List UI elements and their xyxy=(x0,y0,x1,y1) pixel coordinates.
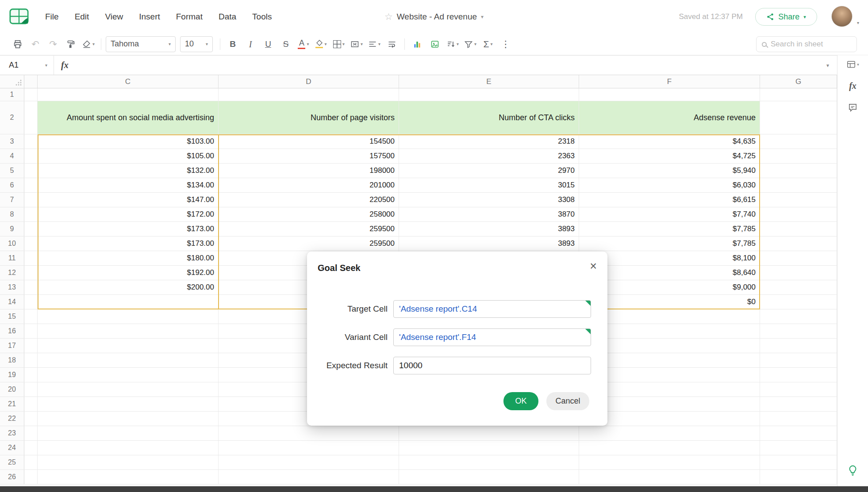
row-header-11[interactable]: 11 xyxy=(0,251,24,265)
cell-B9[interactable] xyxy=(24,222,38,236)
row-header-4[interactable]: 4 xyxy=(0,149,24,163)
cell-D3[interactable]: 154500 xyxy=(219,134,399,149)
row-header-21[interactable]: 21 xyxy=(0,397,24,411)
cell-E6[interactable]: 3015 xyxy=(399,178,579,192)
dialog-close-icon[interactable]: × xyxy=(590,260,597,272)
cell-E5[interactable]: 2970 xyxy=(399,164,579,178)
insert-chart-button[interactable] xyxy=(409,36,425,52)
cell-C19[interactable] xyxy=(38,368,219,382)
cell-F25[interactable] xyxy=(579,455,760,469)
cell-F1[interactable] xyxy=(579,88,760,101)
sort-button[interactable]: ▾ xyxy=(445,36,461,52)
cell-D26[interactable] xyxy=(219,470,399,484)
cell-C10[interactable]: $173.00 xyxy=(38,236,219,251)
cell-F9[interactable]: $7,785 xyxy=(579,222,760,236)
cell-G26[interactable] xyxy=(760,470,837,484)
sheet-view-button[interactable]: ▾ xyxy=(846,60,859,69)
cell-G19[interactable] xyxy=(760,368,837,382)
row-header-14[interactable]: 14 xyxy=(0,295,24,309)
cell-D4[interactable]: 157500 xyxy=(219,149,399,163)
cell-C14[interactable] xyxy=(38,295,219,309)
formula-input[interactable] xyxy=(76,61,826,70)
cell-E7[interactable]: 3308 xyxy=(399,193,579,207)
cell-C11[interactable]: $180.00 xyxy=(38,251,219,265)
target-cell-input[interactable]: 'Adsense report'.C14 xyxy=(393,300,591,318)
cell-G9[interactable] xyxy=(760,222,837,236)
cell-G7[interactable] xyxy=(760,193,837,207)
cell-F24[interactable] xyxy=(579,441,760,455)
cell-E24[interactable] xyxy=(399,441,579,455)
cell-G3[interactable] xyxy=(760,134,837,149)
font-family-select[interactable]: Tahoma ▾ xyxy=(106,36,176,52)
cell-G11[interactable] xyxy=(760,251,837,265)
column-header-E[interactable]: E xyxy=(399,75,579,88)
cell-E1[interactable] xyxy=(399,88,579,101)
cell-D2[interactable]: Number of page visitors xyxy=(219,101,399,134)
cell-D23[interactable] xyxy=(219,426,399,440)
cell-F23[interactable] xyxy=(579,426,760,440)
menu-item-insert[interactable]: Insert xyxy=(139,12,160,22)
comments-panel-button[interactable] xyxy=(848,103,858,113)
cell-C22[interactable] xyxy=(38,412,219,426)
cell-D6[interactable]: 201000 xyxy=(219,178,399,192)
cell-C16[interactable] xyxy=(38,324,219,338)
cell-B18[interactable] xyxy=(24,353,38,367)
cell-F10[interactable]: $7,785 xyxy=(579,236,760,251)
cell-C15[interactable] xyxy=(38,309,219,324)
print-button[interactable] xyxy=(10,36,26,52)
menu-item-tools[interactable]: Tools xyxy=(252,12,272,22)
cell-G10[interactable] xyxy=(760,236,837,251)
cell-G15[interactable] xyxy=(760,309,837,324)
cell-B14[interactable] xyxy=(24,295,38,309)
italic-button[interactable]: I xyxy=(242,36,258,52)
cell-B7[interactable] xyxy=(24,193,38,207)
borders-button[interactable]: ▾ xyxy=(331,36,347,52)
cell-B5[interactable] xyxy=(24,164,38,178)
row-header-7[interactable]: 7 xyxy=(0,193,24,207)
cell-E8[interactable]: 3870 xyxy=(399,207,579,221)
column-header-D[interactable]: D xyxy=(219,75,399,88)
column-header-F[interactable]: F xyxy=(579,75,760,88)
cell-C2[interactable]: Amount spent on social media advertising xyxy=(38,101,219,134)
cell-G8[interactable] xyxy=(760,207,837,221)
menu-item-format[interactable]: Format xyxy=(176,12,203,22)
row-header-20[interactable]: 20 xyxy=(0,382,24,397)
menu-item-edit[interactable]: Edit xyxy=(75,12,89,22)
strikethrough-button[interactable]: S xyxy=(278,36,294,52)
cell-B3[interactable] xyxy=(24,134,38,149)
cell-E3[interactable]: 2318 xyxy=(399,134,579,149)
cell-F3[interactable]: $4,635 xyxy=(579,134,760,149)
cell-B8[interactable] xyxy=(24,207,38,221)
cell-E23[interactable] xyxy=(399,426,579,440)
document-title[interactable]: Website - Ad revenue xyxy=(397,12,477,22)
cell-B24[interactable] xyxy=(24,441,38,455)
cell-G20[interactable] xyxy=(760,382,837,397)
expected-result-input[interactable]: 10000 xyxy=(393,357,591,374)
column-header-partial[interactable] xyxy=(24,75,38,88)
row-header-16[interactable]: 16 xyxy=(0,324,24,338)
cell-B22[interactable] xyxy=(24,412,38,426)
cell-B15[interactable] xyxy=(24,309,38,324)
cell-D9[interactable]: 259500 xyxy=(219,222,399,236)
select-all-corner[interactable] xyxy=(0,75,24,88)
cell-reference-box[interactable]: A1 ▾ xyxy=(0,56,54,75)
app-logo-icon[interactable] xyxy=(9,6,29,27)
row-header-5[interactable]: 5 xyxy=(0,164,24,178)
avatar-chevron-down-icon[interactable]: ▾ xyxy=(857,20,859,25)
cell-F7[interactable]: $6,615 xyxy=(579,193,760,207)
cell-B17[interactable] xyxy=(24,339,38,353)
row-header-1[interactable]: 1 xyxy=(0,88,24,101)
row-header-23[interactable]: 23 xyxy=(0,426,24,440)
cell-C12[interactable]: $192.00 xyxy=(38,266,219,280)
cell-D25[interactable] xyxy=(219,455,399,469)
wrap-text-button[interactable] xyxy=(384,36,400,52)
cell-B25[interactable] xyxy=(24,455,38,469)
cell-G14[interactable] xyxy=(760,295,837,309)
sum-button[interactable]: Σ ▾ xyxy=(480,36,496,52)
share-button[interactable]: Share ▾ xyxy=(755,8,817,26)
cell-C9[interactable]: $173.00 xyxy=(38,222,219,236)
cell-G22[interactable] xyxy=(760,412,837,426)
bold-button[interactable]: B xyxy=(225,36,241,52)
cell-B23[interactable] xyxy=(24,426,38,440)
cell-C24[interactable] xyxy=(38,441,219,455)
